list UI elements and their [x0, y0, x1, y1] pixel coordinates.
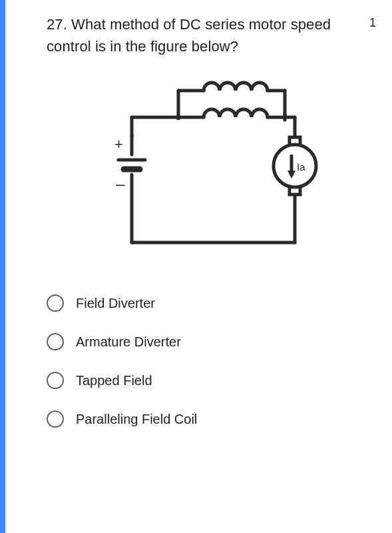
- radio-icon: [47, 294, 64, 312]
- question-card: 27. What method of DC series motor speed…: [0, 0, 392, 452]
- svg-point-19: [274, 145, 316, 187]
- option-label: Paralleling Field Coil: [76, 412, 197, 427]
- question-text: 27. What method of DC series motor speed…: [47, 13, 356, 57]
- circuit-diagram-icon: + – Ia: [85, 76, 338, 263]
- radio-icon: [47, 372, 64, 389]
- battery-positive-label: +: [114, 136, 123, 153]
- option-tapped-field[interactable]: Tapped Field: [47, 361, 376, 400]
- question-header-row: 27. What method of DC series motor speed…: [47, 13, 376, 57]
- radio-icon: [47, 333, 64, 350]
- question-points: 1: [369, 16, 376, 30]
- option-field-diverter[interactable]: Field Diverter: [47, 284, 376, 322]
- options-group: Field Diverter Armature Diverter Tapped …: [47, 284, 376, 438]
- option-label: Field Diverter: [76, 296, 155, 311]
- armature-current-label: Ia: [297, 161, 305, 173]
- figure-container: + – Ia: [47, 76, 376, 263]
- option-armature-diverter[interactable]: Armature Diverter: [47, 322, 376, 361]
- option-label: Armature Diverter: [76, 334, 181, 350]
- radio-icon: [47, 410, 64, 428]
- battery-negative-label: –: [116, 175, 125, 193]
- option-label: Tapped Field: [76, 373, 152, 388]
- form-accent-bar: [0, 0, 5, 533]
- option-paralleling-field-coil[interactable]: Paralleling Field Coil: [47, 400, 376, 438]
